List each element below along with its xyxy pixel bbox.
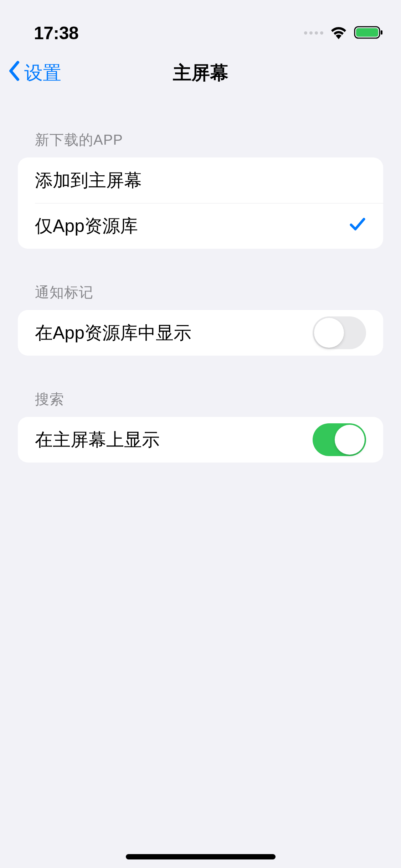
status-time: 17:38: [34, 23, 78, 43]
row-label: 在App资源库中显示: [35, 321, 313, 345]
checkmark-icon: [349, 216, 366, 237]
nav-bar: 设置 主屏幕: [0, 50, 401, 96]
section-search: 搜索 在主屏幕上显示: [0, 389, 401, 463]
section-header: 通知标记: [18, 283, 383, 302]
wifi-icon: [330, 26, 348, 41]
section-header: 搜索: [18, 389, 383, 409]
chevron-left-icon: [7, 60, 21, 86]
back-label: 设置: [24, 61, 61, 86]
toggle-show-in-app-library[interactable]: [313, 316, 366, 349]
section-notification-badges: 通知标记 在App资源库中显示: [0, 283, 401, 356]
svg-rect-1: [356, 28, 378, 37]
battery-icon: [354, 25, 383, 41]
section-new-downloads: 新下载的APP 添加到主屏幕 仅App资源库: [0, 130, 401, 249]
cellular-icon: [304, 31, 323, 35]
row-add-to-home[interactable]: 添加到主屏幕: [18, 157, 383, 203]
row-label: 添加到主屏幕: [35, 169, 366, 192]
status-indicators: [304, 25, 383, 41]
section-header: 新下载的APP: [18, 130, 383, 150]
svg-rect-2: [381, 30, 382, 35]
row-show-in-app-library: 在App资源库中显示: [18, 310, 383, 356]
back-button[interactable]: 设置: [7, 60, 61, 86]
section-group: 在App资源库中显示: [18, 310, 383, 356]
row-app-library-only[interactable]: 仅App资源库: [35, 203, 383, 249]
row-label: 仅App资源库: [35, 214, 349, 238]
section-group: 在主屏幕上显示: [18, 417, 383, 463]
section-group: 添加到主屏幕 仅App资源库: [18, 157, 383, 249]
status-bar: 17:38: [0, 0, 401, 50]
row-label: 在主屏幕上显示: [35, 428, 313, 452]
page-title: 主屏幕: [173, 61, 228, 86]
toggle-show-on-home[interactable]: [313, 423, 366, 456]
home-indicator[interactable]: [126, 854, 276, 859]
row-show-on-home: 在主屏幕上显示: [18, 417, 383, 463]
